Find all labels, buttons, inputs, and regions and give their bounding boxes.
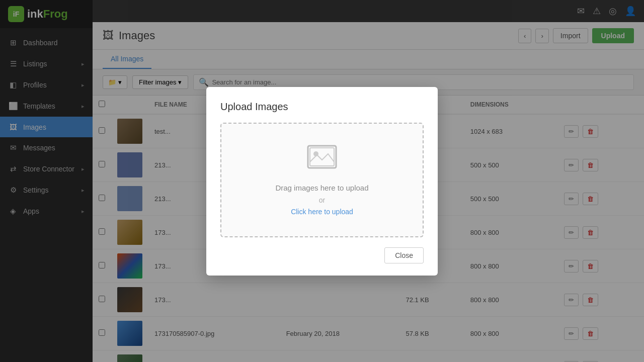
- drop-link[interactable]: Click here to upload: [291, 208, 353, 216]
- modal-overlay: Upload Images Drag images here to upload…: [0, 0, 644, 362]
- drop-zone-icon: [231, 144, 413, 175]
- drop-text: Drag images here to upload: [231, 184, 413, 192]
- modal-footer: Close: [220, 247, 424, 263]
- svg-rect-0: [308, 146, 336, 168]
- drop-zone[interactable]: Drag images here to upload or Click here…: [220, 123, 424, 237]
- drop-or: or: [231, 196, 413, 204]
- modal-title: Upload Images: [220, 101, 424, 113]
- upload-modal: Upload Images Drag images here to upload…: [206, 87, 438, 276]
- close-button[interactable]: Close: [384, 247, 424, 263]
